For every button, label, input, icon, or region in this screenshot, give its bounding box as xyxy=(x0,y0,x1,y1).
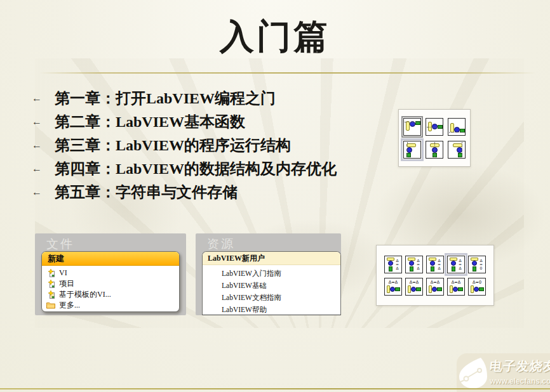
distribute-vertical-gap-icon[interactable]: Δ=Δ xyxy=(447,256,465,273)
arrow-bullet-icon: ← xyxy=(28,186,55,198)
resource-link-fundamentals[interactable]: LabVIEW基础 xyxy=(222,280,340,292)
chapter-text: 第二章：LabVIEW基本函数 xyxy=(55,112,245,132)
menu-item-new-vi[interactable]: VI xyxy=(46,268,179,278)
arrow-bullet-icon: ← xyxy=(28,116,55,127)
distribute-right-edges-icon[interactable]: Δ=Δ xyxy=(426,278,444,296)
elecfans-watermark: 电子发烧友 www.elecfans.com xyxy=(457,353,550,392)
align-vertical-centers-icon[interactable] xyxy=(426,118,443,136)
resources-panel: 资源 LabVIEW新用户 LabVIEW入门指南 LabVIEW基础 LabV… xyxy=(196,233,341,315)
file-card: 新建 VI xyxy=(41,251,180,312)
menu-item-label: 基于模板的VI... xyxy=(59,289,111,300)
chapter-text: 第五章：字符串与文件存储 xyxy=(55,182,238,202)
file-panel-title: 文件 xyxy=(46,236,74,252)
arrow-bullet-icon: ← xyxy=(28,93,55,104)
resource-link-help[interactable]: LabVIEW帮助 xyxy=(222,304,340,316)
align-top-edges-icon[interactable] xyxy=(403,118,421,136)
list-item: ← 第二章：LabVIEW基本函数 xyxy=(28,110,409,133)
resources-panel-title: 资源 xyxy=(207,236,235,252)
align-objects-palette xyxy=(398,109,471,167)
align-bottom-edges-icon[interactable] xyxy=(448,118,466,136)
folder-icon xyxy=(46,301,55,310)
align-left-edges-icon[interactable] xyxy=(403,141,421,159)
elecfans-brand-text: 电子发烧友 xyxy=(489,358,550,375)
list-item: ← 第五章：字符串与文件存储 xyxy=(28,180,409,204)
chapter-list: ← 第一章：打开LabVIEW编程之门 ← 第二章：LabVIEW基本函数 ← … xyxy=(28,86,409,204)
file-panel: 文件 新建 VI xyxy=(35,233,186,315)
chapter-text: 第四章：LabVIEW的数据结构及内存优化 xyxy=(55,159,337,179)
arrow-bullet-icon: ← xyxy=(28,140,55,151)
align-horizontal-centers-icon[interactable] xyxy=(426,141,443,159)
new-users-section-header: LabVIEW新用户 xyxy=(203,252,340,265)
list-item: ← 第一章：打开LabVIEW编程之门 xyxy=(28,86,409,110)
elecfans-url-text: www.elecfans.com xyxy=(490,377,550,386)
title-divider xyxy=(39,72,536,74)
file-menu: VI 项目 xyxy=(42,266,179,311)
resources-list: LabVIEW入门指南 LabVIEW基础 LabVIEW文档指南 LabVIE… xyxy=(203,265,340,316)
resources-card: LabVIEW新用户 LabVIEW入门指南 LabVIEW基础 LabVIEW… xyxy=(202,251,341,315)
distribute-horizontal-centers-icon[interactable]: Δ=Δ xyxy=(405,278,423,296)
menu-item-label: 更多... xyxy=(59,300,80,311)
new-section-header: 新建 xyxy=(42,252,179,266)
distribute-horizontal-gap-icon[interactable]: Δ=Δ xyxy=(447,278,465,296)
distribute-objects-palette: Δ=ΔΔ=ΔΔ=ΔΔ=ΔΔ=0Δ=ΔΔ=ΔΔ=ΔΔ=ΔΔ=0 xyxy=(376,245,494,306)
align-right-edges-icon[interactable] xyxy=(448,141,466,159)
distribute-vertical-compress-icon[interactable]: Δ=0 xyxy=(468,256,486,273)
new-vi-icon xyxy=(46,269,55,277)
new-vi-from-template-icon xyxy=(46,291,55,299)
distribute-horizontal-compress-icon[interactable]: Δ=0 xyxy=(468,278,486,296)
menu-item-new-vi-from-template[interactable]: 基于模板的VI... xyxy=(46,289,179,300)
resource-link-getting-started[interactable]: LabVIEW入门指南 xyxy=(222,268,340,280)
slide: 入门篇 ← 第一章：打开LabVIEW编程之门 ← 第二章：LabVIEW基本函… xyxy=(0,0,550,392)
distribute-left-edges-icon[interactable]: Δ=Δ xyxy=(384,278,402,296)
elecfans-logo-icon xyxy=(458,357,488,391)
chapter-text: 第三章：LabVIEW的程序运行结构 xyxy=(55,135,291,155)
new-project-icon xyxy=(46,280,55,288)
distribute-top-edges-icon[interactable]: Δ=Δ xyxy=(384,256,402,273)
distribute-vertical-centers-icon[interactable]: Δ=Δ xyxy=(405,256,423,273)
menu-item-label: 项目 xyxy=(59,278,74,289)
chapter-text: 第一章：打开LabVIEW编程之门 xyxy=(55,88,276,108)
resource-link-documentation[interactable]: LabVIEW文档指南 xyxy=(222,292,340,304)
bottom-divider xyxy=(0,388,550,389)
arrow-bullet-icon: ← xyxy=(28,163,55,174)
list-item: ← 第四章：LabVIEW的数据结构及内存优化 xyxy=(28,157,409,180)
menu-item-label: VI xyxy=(59,268,67,278)
menu-item-more[interactable]: 更多... xyxy=(46,300,179,311)
menu-item-new-project[interactable]: 项目 xyxy=(46,278,179,289)
page-title: 入门篇 xyxy=(0,14,550,60)
list-item: ← 第三章：LabVIEW的程序运行结构 xyxy=(28,133,409,157)
distribute-bottom-edges-icon[interactable]: Δ=Δ xyxy=(426,256,444,273)
